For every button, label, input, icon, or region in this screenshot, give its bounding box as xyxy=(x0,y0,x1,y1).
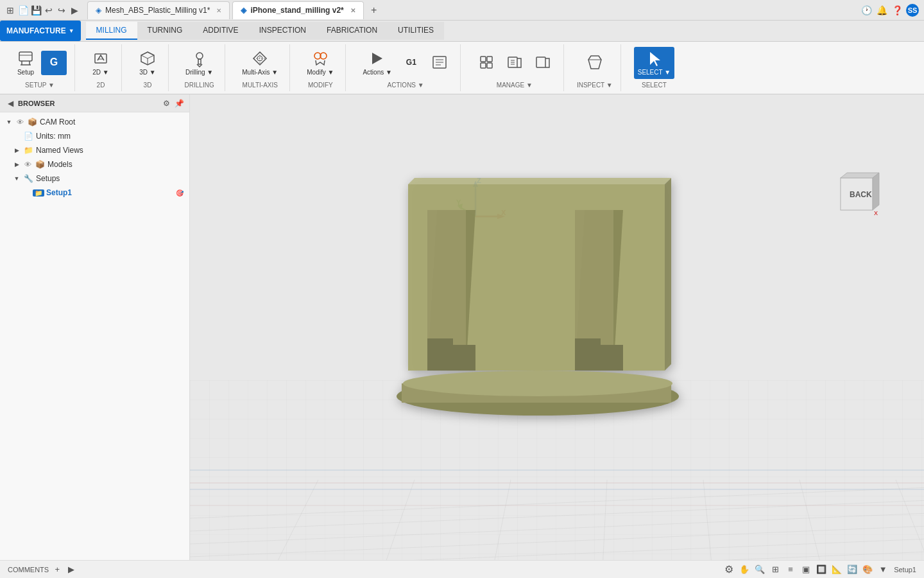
named-views-arrow[interactable]: ▶ xyxy=(13,146,21,154)
refresh-icon[interactable]: 🔄 xyxy=(846,564,858,575)
cam-root-arrow[interactable]: ▼ xyxy=(5,118,13,126)
save-icon[interactable]: 💾 xyxy=(31,5,41,15)
setup1-target-icon[interactable]: 🎯 xyxy=(175,188,184,197)
ribbon-group-select: SELECT ▼ SELECT xyxy=(626,44,682,91)
models-arrow[interactable]: ▶ xyxy=(13,161,21,168)
view-cube[interactable]: BACK X xyxy=(834,171,886,223)
user-avatar[interactable]: SS xyxy=(906,4,919,17)
sidebar-collapse-icon[interactable]: ◀ xyxy=(5,98,15,109)
play-icon[interactable]: ▶ xyxy=(69,5,80,15)
status-left: COMMENTS + ▶ xyxy=(8,564,718,575)
export-button[interactable] xyxy=(530,51,556,75)
actions-button[interactable]: Actions ▼ xyxy=(359,47,395,79)
3d-buttons: 3D ▼ xyxy=(135,47,160,79)
wireframe-icon[interactable]: 🔲 xyxy=(816,564,827,575)
grid-icon[interactable]: ⊞ xyxy=(769,564,781,575)
viewport[interactable]: Z Y X BACK X xyxy=(190,94,924,560)
history-icon[interactable]: 🕐 xyxy=(860,4,873,17)
tab-inspection[interactable]: INSPECTION xyxy=(249,22,316,40)
modify-icon xyxy=(311,49,329,67)
3d-button[interactable]: 3D ▼ xyxy=(135,47,160,79)
ribbon: MANUFACTURE ▼ MILLING TURNING ADDITIVE I… xyxy=(0,21,924,94)
ribbon-group-setup: Setup G SETUP ▼ xyxy=(5,44,75,91)
modify-button[interactable]: Modify ▼ xyxy=(303,47,338,79)
section-icon[interactable]: 📐 xyxy=(831,564,843,575)
tab-milling[interactable]: MILLING xyxy=(86,22,137,40)
help-icon[interactable]: ❓ xyxy=(891,4,903,17)
g-button[interactable]: G xyxy=(41,51,67,75)
g1-button[interactable]: G1 xyxy=(398,51,424,75)
setup-label: Setup xyxy=(17,69,34,76)
comments-add-icon[interactable]: + xyxy=(51,564,63,575)
tree-item-named-views[interactable]: ▶ 📁 Named Views xyxy=(0,143,189,157)
inspect-group-label: INSPECT ▼ xyxy=(577,80,613,89)
add-tab-button[interactable]: + xyxy=(366,3,382,18)
list-icon[interactable]: ≡ xyxy=(785,564,796,575)
svg-marker-47 xyxy=(873,173,879,210)
notification-icon[interactable]: 🔔 xyxy=(875,4,888,17)
manufacture-label: MANUFACTURE xyxy=(6,26,66,35)
material-icon[interactable]: 🎨 xyxy=(862,564,873,575)
3d-icon xyxy=(139,49,157,67)
select-button[interactable]: SELECT ▼ xyxy=(634,47,674,79)
settings-dropdown-icon[interactable]: ⚙ xyxy=(723,564,735,575)
svg-rect-25 xyxy=(487,63,492,68)
tab-iphone-stand[interactable]: ◈ iPhone_stand_milling v2* ✕ xyxy=(232,1,363,19)
svg-line-66 xyxy=(190,538,924,560)
tab-close-1[interactable]: ✕ xyxy=(216,7,221,14)
title-bar-icons: ⊞ 📄 💾 ↩ ↪ ▶ xyxy=(5,5,80,15)
setup-buttons: Setup G xyxy=(13,47,67,79)
setup-button[interactable]: Setup xyxy=(13,47,38,79)
named-views-icon: 📁 xyxy=(23,145,33,155)
drilling-button[interactable]: Drilling ▼ xyxy=(182,47,217,79)
sidebar-title: BROWSER xyxy=(18,100,158,107)
tree-item-cam-root[interactable]: ▼ 👁 📦 CAM Root xyxy=(0,115,189,129)
tab-label-2: iPhone_stand_milling v2* xyxy=(250,6,343,15)
comments-expand-icon[interactable]: ▶ xyxy=(65,564,77,575)
tree-item-units[interactable]: 📄 Units: mm xyxy=(0,129,189,143)
sidebar-content: ▼ 👁 📦 CAM Root 📄 Units: mm ▶ 📁 Named Vie… xyxy=(0,112,189,560)
display-icon[interactable]: ▣ xyxy=(800,564,812,575)
tab-turning[interactable]: TURNING xyxy=(137,22,193,40)
tab-additive[interactable]: ADDITIVE xyxy=(193,22,248,40)
sidebar-settings-icon[interactable]: ⚙ xyxy=(161,98,171,109)
3d-group-label: 3D xyxy=(144,80,152,89)
redo-icon[interactable]: ↪ xyxy=(56,5,67,15)
zoom-icon[interactable]: 🔍 xyxy=(754,564,766,575)
tree-item-setups[interactable]: ▼ 🔧 Setups xyxy=(0,171,189,186)
apps-icon[interactable]: ⊞ xyxy=(5,5,15,15)
manage-buttons xyxy=(474,47,556,79)
tab-mesh-abs[interactable]: ◈ Mesh_ABS_Plastic_Milling v1* ✕ xyxy=(87,1,230,19)
tab-label-1: Mesh_ABS_Plastic_Milling v1* xyxy=(105,6,210,15)
cam-root-eye[interactable]: 👁 xyxy=(15,118,24,127)
models-eye[interactable]: 👁 xyxy=(23,160,32,169)
2d-button[interactable]: 2D ▼ xyxy=(88,47,114,79)
svg-point-59 xyxy=(403,371,672,396)
tab-fabrication[interactable]: FABRICATION xyxy=(316,22,388,40)
svg-line-74 xyxy=(896,480,924,560)
modify-label: Modify ▼ xyxy=(307,69,334,76)
library-button[interactable] xyxy=(502,51,527,75)
multi-axis-buttons: Multi-Axis ▼ xyxy=(238,47,282,79)
manufacture-button[interactable]: MANUFACTURE ▼ xyxy=(0,21,81,41)
svg-rect-24 xyxy=(481,63,486,68)
tab-close-2[interactable]: ✕ xyxy=(350,7,355,14)
tree-item-models[interactable]: ▶ 👁 📦 Models xyxy=(0,157,189,171)
tab-utilities[interactable]: UTILITIES xyxy=(388,22,444,40)
ribbon-group-actions: Actions ▼ G1 ACTIONS ▼ xyxy=(351,44,460,91)
svg-rect-23 xyxy=(487,57,492,62)
inspect-btn[interactable] xyxy=(582,51,608,75)
sidebar-pin-icon[interactable]: 📌 xyxy=(174,98,184,109)
manage-button[interactable] xyxy=(474,51,499,75)
file-icon[interactable]: 📄 xyxy=(18,5,28,15)
svg-point-10 xyxy=(196,53,203,59)
hand-tool-icon[interactable]: ✋ xyxy=(739,564,750,575)
setups-arrow[interactable]: ▼ xyxy=(13,175,21,182)
tree-item-setup1[interactable]: 📁 Setup1 🎯 xyxy=(0,186,189,200)
filter-icon[interactable]: ▼ xyxy=(877,564,889,575)
undo-icon[interactable]: ↩ xyxy=(44,5,54,15)
nc-button[interactable] xyxy=(427,51,452,75)
2d-group-label: 2D xyxy=(97,80,105,89)
multi-axis-button[interactable]: Multi-Axis ▼ xyxy=(238,47,282,79)
cam-root-icon: 📦 xyxy=(27,117,37,127)
